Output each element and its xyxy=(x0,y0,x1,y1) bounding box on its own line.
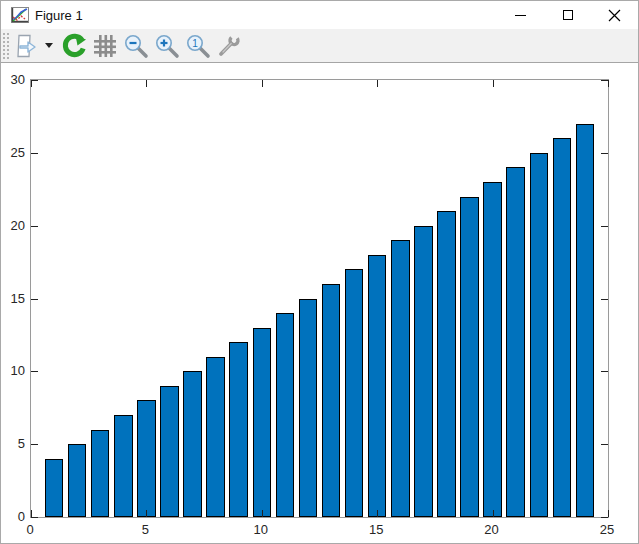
y-tick-label: 30 xyxy=(1,73,25,86)
window-controls xyxy=(497,1,638,29)
bar xyxy=(414,226,432,517)
zoom-one-icon: 1 xyxy=(185,33,211,59)
window-title: Figure 1 xyxy=(35,8,83,23)
tick-mark xyxy=(601,517,608,518)
bar xyxy=(206,357,224,517)
tick-mark xyxy=(31,226,38,227)
figure-toolbar: 1 xyxy=(1,29,638,63)
export-document-icon xyxy=(15,33,40,59)
plot-area[interactable] xyxy=(30,79,609,518)
bar xyxy=(276,313,294,517)
zoom-in-button[interactable] xyxy=(153,32,181,60)
settings-button[interactable] xyxy=(215,32,243,60)
y-tick-label: 15 xyxy=(1,292,25,305)
y-tick-label: 10 xyxy=(1,364,25,377)
wrench-icon xyxy=(216,33,242,59)
bar xyxy=(553,138,571,517)
bar xyxy=(299,299,317,518)
title-bar[interactable]: Figure 1 xyxy=(1,1,638,29)
bar xyxy=(91,430,109,517)
tick-mark xyxy=(493,510,494,517)
bar xyxy=(506,167,524,517)
zoom-out-button[interactable] xyxy=(122,32,150,60)
x-tick-label: 20 xyxy=(472,522,512,537)
tick-mark xyxy=(601,444,608,445)
bar xyxy=(322,284,340,517)
maximize-button[interactable] xyxy=(544,1,591,29)
close-button[interactable] xyxy=(591,1,638,29)
x-tick-label: 0 xyxy=(10,522,50,537)
bar xyxy=(460,197,478,517)
maximize-icon xyxy=(563,10,573,20)
y-tick-label: 0 xyxy=(1,510,25,523)
tick-mark xyxy=(31,371,38,372)
bar xyxy=(160,386,178,517)
bar xyxy=(345,269,363,517)
tick-mark xyxy=(601,153,608,154)
bar xyxy=(137,400,155,517)
y-tick-label: 25 xyxy=(1,146,25,159)
minimize-button[interactable] xyxy=(497,1,544,29)
bar xyxy=(576,124,594,517)
bar xyxy=(183,371,201,517)
svg-text:1: 1 xyxy=(192,38,198,49)
figure-plot-icon xyxy=(11,7,29,23)
tick-mark xyxy=(601,299,608,300)
tick-mark xyxy=(377,80,378,87)
bar xyxy=(437,211,455,517)
bar xyxy=(530,153,548,517)
y-tick-label: 5 xyxy=(1,437,25,450)
export-button[interactable] xyxy=(13,32,41,60)
bar xyxy=(45,459,63,517)
tick-mark xyxy=(31,444,38,445)
x-tick-label: 5 xyxy=(125,522,165,537)
bar xyxy=(253,328,271,517)
figure-window: Figure 1 xyxy=(0,0,639,544)
bar xyxy=(68,444,86,517)
bar xyxy=(229,342,247,517)
tick-mark xyxy=(608,510,609,517)
close-icon xyxy=(608,9,621,22)
y-tick-label: 20 xyxy=(1,219,25,232)
x-tick-label: 25 xyxy=(587,522,627,537)
bar xyxy=(391,240,409,517)
tick-mark xyxy=(493,80,494,87)
tick-mark xyxy=(608,80,609,87)
zoom-out-icon xyxy=(123,33,149,59)
tick-mark xyxy=(262,80,263,87)
x-tick-label: 10 xyxy=(241,522,281,537)
tick-mark xyxy=(31,153,38,154)
minimize-icon xyxy=(515,15,526,16)
refresh-icon xyxy=(61,33,87,59)
tick-mark xyxy=(262,510,263,517)
tick-mark xyxy=(31,510,32,517)
tick-mark xyxy=(601,226,608,227)
tick-mark xyxy=(31,80,32,87)
tick-mark xyxy=(146,80,147,87)
x-tick-label: 15 xyxy=(356,522,396,537)
tick-mark xyxy=(31,299,38,300)
grid-icon xyxy=(92,33,118,59)
autoscale-button[interactable]: 1 xyxy=(184,32,212,60)
chevron-down-icon xyxy=(45,43,53,48)
toolbar-drag-handle[interactable] xyxy=(3,33,9,59)
tick-mark xyxy=(601,371,608,372)
tick-mark xyxy=(31,80,38,81)
bar xyxy=(114,415,132,517)
tick-mark xyxy=(377,510,378,517)
export-dropdown-caret[interactable] xyxy=(44,32,54,60)
grid-toggle-button[interactable] xyxy=(91,32,119,60)
bar xyxy=(368,255,386,517)
refresh-button[interactable] xyxy=(60,32,88,60)
tick-mark xyxy=(146,510,147,517)
tick-mark xyxy=(601,80,608,81)
zoom-in-icon xyxy=(154,33,180,59)
tick-mark xyxy=(31,517,38,518)
bar xyxy=(483,182,501,517)
